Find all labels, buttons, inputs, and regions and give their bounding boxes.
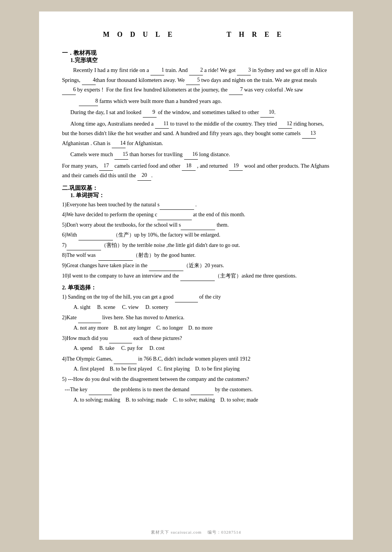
blank-14: 14: [112, 139, 126, 149]
section2-label: 二.巩固双基：: [62, 185, 330, 192]
blank-7: 7: [229, 85, 243, 95]
mc-q5-line2: ---The key the problems is to meet the d…: [62, 385, 330, 395]
mc-options-q4: A. first played B. to be first played C.…: [74, 364, 330, 374]
mc-options-q1: A. sight B. scene C. view D. scenery: [74, 302, 330, 312]
section1-label: 一．教材再现: [62, 49, 330, 57]
blank-8: 8: [79, 96, 98, 106]
blank-19: 19: [229, 161, 243, 171]
passage-line6: For many years, 17 camels carried food a…: [62, 161, 330, 181]
footer-left: 素材天下 sucaisucai.com 编号：03287514: [151, 530, 241, 534]
passage-line5: Camels were much 15 than horses for trav…: [62, 150, 330, 160]
mc-q4: 4)The Olympic Games, in 766 B.C, didn't …: [62, 354, 330, 364]
blank-6: 6: [62, 85, 76, 95]
blank-4: 4: [82, 75, 96, 85]
vocab-item-8: 8)The wolf was （射击）by the good hunter.: [62, 250, 330, 261]
title-word1: MODULE: [103, 31, 180, 38]
vocab-item-1: 1)Everyone has been touched by the natur…: [62, 200, 330, 210]
blank-17: 17: [99, 161, 113, 171]
mc-options-q2: A. not any more B. not any longer C. no …: [74, 323, 330, 333]
passage-line2: 8 farms which were built more than a hun…: [62, 96, 330, 106]
blank-11: 11: [155, 119, 169, 129]
blank-20: 20: [137, 171, 151, 181]
section2-sub2-label: 2. 单项选择：: [62, 284, 330, 291]
mc-q5-line1: 5) ---How do you deal with the disagreem…: [62, 374, 330, 385]
mc-q1: 1) Sanding on the top of the hill, you c…: [62, 292, 330, 302]
blank-18: 18: [182, 161, 196, 171]
page: MODULE THREE 一．教材再现 1.完形填空 Recently I ha…: [39, 11, 353, 540]
blank-9: 9: [143, 108, 157, 118]
blank-10: 10: [260, 108, 274, 118]
mc-q2: 2)Kate lives here. She has moved to Amer…: [62, 313, 330, 323]
vocab-item-4: 4)We have decided to perform the opening…: [62, 210, 330, 220]
blank-1: 1: [150, 65, 164, 75]
blank-3: 3: [237, 65, 251, 75]
passage-line1: Recently I had a my first ride on a 1 tr…: [62, 65, 330, 95]
mc-q3: 3)How much did you each of these picture…: [62, 333, 330, 344]
vocab-item-6: 6)With （生产）up by 10%, the factory will b…: [62, 230, 330, 240]
module-title: MODULE THREE: [62, 31, 330, 39]
vocab-blank-10: [180, 281, 215, 281]
mc-options-q5: A. to solving; making B. to solving; mad…: [74, 395, 330, 405]
vocab-item-7: 7)（害怕）by the terrible noise ,the little …: [62, 240, 330, 251]
vocab-item-5: 5)Don't worry about the textbooks, for t…: [62, 220, 330, 230]
mc-blank-q1: [175, 302, 198, 302]
blank-16: 16: [184, 150, 198, 160]
title-word2: THREE: [227, 31, 289, 38]
passage-line3: During the day, I sat and looked 9 of th…: [62, 108, 330, 118]
section2: 二.巩固双基： 1. 单词拼写： 1)Everyone has been tou…: [62, 185, 330, 405]
blank-12: 12: [278, 119, 292, 129]
mc-options-q3: A. spend B. take C. pay for D. cost: [74, 343, 330, 353]
blank-5: 5: [186, 75, 200, 85]
passage-line4: Along time ago, Australians needed a 11 …: [62, 119, 330, 149]
section2-sub1-label: 1. 单词拼写：: [70, 192, 330, 199]
footer: 素材天下 sucaisucai.com 编号：03287514: [39, 529, 353, 535]
vocab-item-10: 10)I went to the company to have an inte…: [62, 271, 330, 281]
blank-13: 13: [302, 129, 316, 139]
blank-15: 15: [114, 150, 128, 160]
section1-sub1-label: 1.完形填空: [70, 57, 330, 64]
vocab-item-9: 9)Great changes have taken place in the …: [62, 261, 330, 271]
blank-2: 2: [189, 65, 203, 75]
